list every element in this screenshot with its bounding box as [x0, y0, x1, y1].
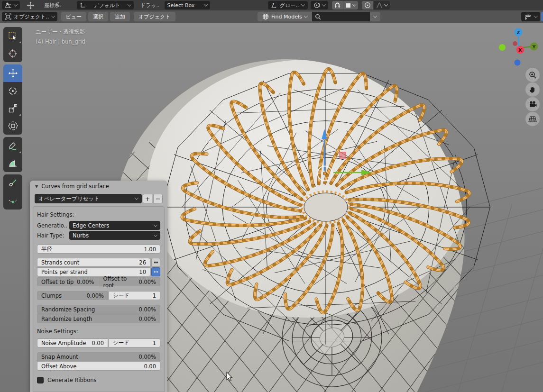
global-orientation-dropdown[interactable]: グロー..: [268, 1, 308, 9]
eye-cursor-icon: [524, 13, 532, 20]
camera-view-button[interactable]: [525, 97, 540, 111]
randomize-spacing-slider[interactable]: Randomize Spacing0.00%: [37, 305, 160, 314]
chevron-down-icon: [51, 14, 55, 18]
snap-toggle-button[interactable]: [332, 1, 343, 9]
snap-amount-slider[interactable]: Snap Amount0.00%: [37, 352, 160, 361]
falloff-curve-icon: [376, 2, 383, 8]
menu-view[interactable]: ビュー: [61, 12, 87, 21]
axis-y-neg-ball[interactable]: [499, 44, 506, 51]
chevron-down-icon: [322, 2, 325, 6]
blender-window: { "topbar": { "coord_label": "座標系:", "or…: [0, 0, 543, 392]
preset-value: オペレータープリセット: [38, 195, 100, 202]
clumps-slider[interactable]: Clumps0.00%: [37, 291, 108, 300]
tool-move[interactable]: [3, 64, 22, 82]
remove-preset-button[interactable]: −: [153, 194, 163, 203]
offset-to-tip-slider[interactable]: Offset to tip0.00%: [37, 277, 99, 286]
operator-preset-dropdown[interactable]: オペレータープリセット: [35, 194, 142, 203]
offset-to-root-slider[interactable]: Offset to root0.00%: [99, 277, 161, 286]
select-mode-value: Select Box: [167, 2, 195, 9]
chevron-down-icon: [304, 14, 308, 18]
operator-panel-header[interactable]: ▼ Curves from grid surface: [30, 181, 167, 192]
noise-seed-field[interactable]: シード1: [109, 338, 160, 347]
radius-field[interactable]: 半径1.00: [37, 245, 160, 254]
generate-ribbons-label: Generate Ribbons: [47, 377, 96, 383]
snap-with-dropdown[interactable]: [343, 1, 358, 9]
chevron-down-icon: [301, 2, 305, 6]
axis-x-neg-ball[interactable]: [513, 41, 517, 46]
noise-settings-label: Noise Settings:: [37, 327, 160, 336]
search-options-dropdown[interactable]: [370, 12, 380, 21]
tool-cursor[interactable]: [3, 45, 22, 62]
randomize-length-slider[interactable]: Randomize Length0.00%: [37, 314, 160, 323]
magnet-icon: [334, 2, 341, 9]
model-search-input[interactable]: [312, 12, 370, 21]
hair-settings-label: Hair Settings:: [37, 210, 160, 219]
tool-select-box[interactable]: [3, 27, 22, 45]
proportional-circle-icon: [364, 2, 371, 9]
find-models-label: Find Models: [271, 14, 302, 20]
search-icon: [315, 14, 321, 20]
chevron-down-icon: [135, 196, 138, 200]
global-axes-icon: [271, 2, 277, 9]
points-link-button[interactable]: ↔: [151, 267, 160, 276]
noise-amplitude-field[interactable]: Noise Amplitude0.00: [37, 338, 108, 347]
active-object-breadcrumb: (4) Hair | bun_grid: [36, 38, 85, 45]
strands-link-button[interactable]: ↔: [151, 258, 160, 267]
strands-count-field[interactable]: Strands count26: [37, 258, 150, 267]
operator-panel-title: Curves from grid surface: [41, 183, 109, 190]
offset-above-field[interactable]: Offset Above0.00: [37, 362, 160, 371]
clipped-toolbar-button[interactable]: [541, 12, 543, 21]
tool-draw-curve[interactable]: [3, 174, 22, 192]
chevron-down-icon: [534, 14, 538, 18]
transform-orientation-dropdown[interactable]: デフォルト: [77, 1, 134, 9]
chevron-down-icon: [373, 14, 377, 18]
tool-measure[interactable]: [3, 155, 22, 172]
orientation-value: デフォルト: [93, 2, 120, 9]
operator-panel: ▼ Curves from grid surface オペレータープリセット +…: [30, 181, 167, 392]
tool-scale[interactable]: [3, 100, 22, 117]
subtool-indicator: [19, 41, 21, 43]
pan-button[interactable]: [525, 82, 540, 97]
tool-rotate[interactable]: [3, 82, 22, 100]
tool-annotate[interactable]: [3, 137, 22, 155]
visibility-gizmo-button[interactable]: [521, 12, 540, 21]
proportional-falloff-dropdown[interactable]: [374, 1, 390, 9]
mode-dropdown[interactable]: オブジェクト..: [2, 12, 57, 21]
pivot-point-dropdown[interactable]: [311, 1, 328, 9]
generate-ribbons-checkbox[interactable]: [37, 377, 44, 383]
clumps-seed-field[interactable]: シード1: [109, 291, 160, 300]
menu-object[interactable]: オブジェクト: [134, 12, 175, 21]
active-tool-move-icon: [27, 1, 35, 9]
viewport-header-row1: 座標系: デフォルト ドラッ.. Select Box グロー..: [0, 0, 543, 10]
view-perspective-label: ユーザー・透視投影: [36, 28, 85, 36]
generation-dropdown[interactable]: Edge Centers: [69, 221, 160, 230]
grid-view-button[interactable]: [525, 112, 540, 126]
chevron-down-icon: [127, 2, 131, 6]
collapse-triangle-icon: ▼: [35, 184, 38, 189]
tool-transform[interactable]: [3, 117, 22, 135]
operator-settings-box: Hair Settings: Generatio.. Edge Centers …: [33, 206, 165, 392]
select-mode-dropdown[interactable]: Select Box: [165, 1, 210, 9]
axis-orientation-gizmo[interactable]: Z Y X: [494, 27, 542, 72]
chevron-down-icon: [352, 2, 356, 6]
object-mode-icon: [5, 13, 11, 20]
find-models-dropdown[interactable]: Find Models: [258, 12, 312, 21]
zoom-button[interactable]: [525, 68, 540, 82]
editor-type-button[interactable]: [2, 1, 20, 9]
orientation-axes-icon: [80, 2, 86, 9]
drag-label: ドラッ..: [140, 2, 160, 9]
toolbar-tools: [3, 27, 22, 210]
hair-type-dropdown[interactable]: Nurbs: [69, 231, 160, 240]
proportional-editing-toggle[interactable]: [362, 1, 373, 9]
chevron-down-icon: [203, 2, 207, 6]
menu-add[interactable]: 追加: [110, 12, 130, 21]
hair-type-label: Hair Type:: [37, 232, 69, 239]
generation-label: Generatio..: [37, 222, 69, 229]
tool-curve-pen[interactable]: [3, 192, 22, 210]
globe-icon: [262, 13, 269, 20]
snap-increment-icon: [346, 3, 351, 8]
menu-select[interactable]: 選択: [88, 12, 108, 21]
axis-z-neg-ball[interactable]: [515, 60, 521, 66]
add-preset-button[interactable]: +: [143, 194, 152, 203]
viewport-header-row2: オブジェクト.. ビュー 選択 追加 オブジェクト Find Models: [0, 10, 543, 23]
